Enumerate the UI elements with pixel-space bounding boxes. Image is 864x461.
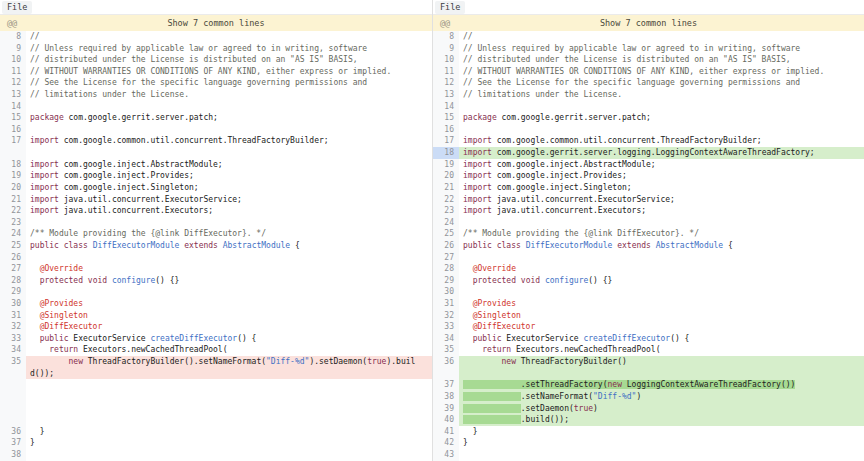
file-header-label: File (2, 1, 32, 14)
code-row (0, 403, 432, 415)
code-line: /** Module providing the {@link DiffExec… (459, 228, 864, 240)
line-number[interactable]: 26 (0, 252, 26, 264)
line-number[interactable]: 11 (0, 66, 26, 78)
line-number[interactable]: 14 (0, 101, 26, 113)
code-line (26, 414, 432, 426)
line-number[interactable]: 23 (433, 205, 459, 217)
line-number[interactable]: 8 (433, 31, 459, 43)
file-header-right: File (433, 0, 864, 15)
code-line: @Provides (26, 298, 432, 310)
code-row: 29 (0, 286, 432, 298)
line-number[interactable]: 32 (0, 321, 26, 333)
line-number[interactable]: 12 (433, 77, 459, 89)
line-number[interactable]: 36 (433, 356, 459, 368)
side-by-side-diff: File @@ Show 7 common lines 8//9// Unles… (0, 0, 864, 461)
line-number[interactable]: 25 (433, 228, 459, 240)
line-number[interactable]: 22 (0, 205, 26, 217)
context-expander-left[interactable]: @@ Show 7 common lines (0, 15, 432, 31)
line-number[interactable]: 10 (0, 54, 26, 66)
line-number[interactable]: 11 (433, 66, 459, 78)
line-number[interactable]: 39 (433, 403, 459, 415)
line-number[interactable]: 24 (0, 228, 26, 240)
line-number[interactable]: 20 (0, 182, 26, 194)
line-number[interactable]: 43 (433, 449, 459, 461)
code-line: import com.google.common.util.concurrent… (459, 135, 864, 147)
line-number[interactable]: 37 (433, 379, 459, 391)
line-number[interactable]: 35 (433, 344, 459, 356)
show-common-lines-label[interactable]: Show 7 common lines (600, 18, 697, 28)
line-number[interactable]: 20 (433, 170, 459, 182)
code-row (0, 379, 432, 391)
line-number[interactable]: 18 (0, 159, 26, 171)
line-number[interactable]: 19 (0, 170, 26, 182)
code-line: import com.google.inject.Singleton; (26, 182, 432, 194)
line-number[interactable]: 29 (433, 275, 459, 287)
line-number[interactable]: 36 (0, 426, 26, 438)
line-number[interactable]: 16 (0, 124, 26, 136)
line-number[interactable]: 38 (0, 449, 26, 461)
line-number[interactable]: 31 (433, 298, 459, 310)
code-row: 30 (433, 286, 864, 298)
line-number[interactable]: 21 (433, 182, 459, 194)
line-number[interactable] (0, 368, 26, 380)
line-number[interactable]: 27 (433, 252, 459, 264)
line-number[interactable]: 22 (433, 194, 459, 206)
line-number[interactable]: 25 (0, 240, 26, 252)
code-line: @Override (26, 263, 432, 275)
line-number[interactable] (0, 391, 26, 403)
code-line: @Override (459, 263, 864, 275)
line-number[interactable]: 15 (0, 112, 26, 124)
context-expander-right[interactable]: @@ Show 7 common lines (433, 15, 864, 31)
line-number[interactable]: 18 (433, 147, 459, 159)
line-number[interactable]: 30 (0, 298, 26, 310)
line-number[interactable]: 41 (433, 426, 459, 438)
line-number[interactable]: 23 (0, 217, 26, 229)
line-number[interactable]: 17 (0, 135, 26, 147)
line-number[interactable]: 8 (0, 31, 26, 43)
show-common-lines-label[interactable]: Show 7 common lines (167, 18, 264, 28)
line-number[interactable]: 9 (0, 43, 26, 55)
line-number[interactable]: 27 (0, 263, 26, 275)
code-line (26, 147, 432, 159)
line-number[interactable]: 28 (433, 263, 459, 275)
line-number[interactable]: 28 (0, 275, 26, 287)
line-number[interactable]: 33 (0, 333, 26, 345)
line-number[interactable]: 34 (433, 333, 459, 345)
code-row: 19import com.google.inject.Provides; (0, 170, 432, 182)
code-line: .setNameFormat("Diff-%d") (459, 391, 864, 403)
line-number[interactable]: 9 (433, 43, 459, 55)
code-row: 41 } (433, 426, 864, 438)
line-number[interactable]: 13 (0, 89, 26, 101)
line-number[interactable] (0, 147, 26, 159)
line-number[interactable]: 14 (433, 101, 459, 113)
line-number[interactable]: 21 (0, 194, 26, 206)
line-number[interactable]: 10 (433, 54, 459, 66)
line-number[interactable]: 12 (0, 77, 26, 89)
line-number[interactable]: 35 (0, 356, 26, 368)
line-number[interactable]: 30 (433, 286, 459, 298)
code-row: 31 @Provides (433, 298, 864, 310)
line-number[interactable]: 31 (0, 310, 26, 322)
line-number[interactable]: 37 (0, 437, 26, 449)
line-number[interactable]: 24 (433, 217, 459, 229)
line-number[interactable]: 32 (433, 310, 459, 322)
line-number[interactable]: 16 (433, 124, 459, 136)
line-number[interactable]: 40 (433, 414, 459, 426)
code-row: 34 return Executors.newCachedThreadPool( (0, 344, 432, 356)
line-number[interactable]: 13 (433, 89, 459, 101)
code-line: // See the License for the specific lang… (459, 77, 864, 89)
line-number[interactable]: 38 (433, 391, 459, 403)
line-number[interactable]: 42 (433, 437, 459, 449)
line-number[interactable] (0, 379, 26, 391)
line-number[interactable] (0, 403, 26, 415)
line-number[interactable]: 33 (433, 321, 459, 333)
line-number[interactable]: 19 (433, 159, 459, 171)
code-row (0, 391, 432, 403)
line-number[interactable] (0, 414, 26, 426)
line-number[interactable]: 17 (433, 135, 459, 147)
line-number[interactable]: 26 (433, 240, 459, 252)
line-number[interactable]: 29 (0, 286, 26, 298)
line-number[interactable] (433, 368, 459, 380)
line-number[interactable]: 15 (433, 112, 459, 124)
line-number[interactable]: 34 (0, 344, 26, 356)
